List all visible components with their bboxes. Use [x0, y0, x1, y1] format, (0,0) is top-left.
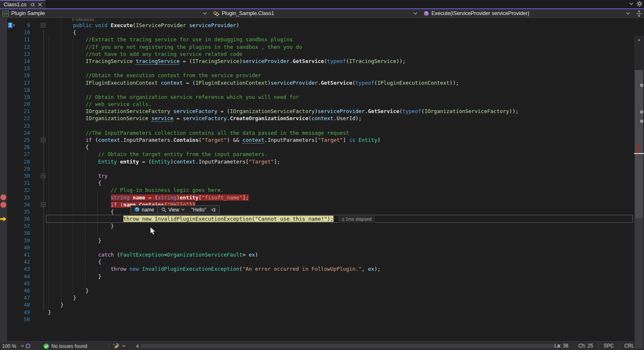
code-line[interactable]: 23 — [0, 122, 644, 129]
code-line[interactable]: 38 — [0, 229, 644, 237]
line-number: 36 — [6, 215, 30, 222]
code-editor[interactable]: I↑ 0 references 9− public void Execute(I… — [0, 18, 644, 341]
code-line[interactable]: 39 } — [0, 237, 644, 244]
scrollbar-thumb[interactable] — [635, 70, 643, 218]
member-dropdown[interactable]: Execute(IServiceProvider serviceProvider… — [421, 9, 634, 18]
code-line[interactable]: 21 IOrganizationServiceFactory serviceFa… — [0, 108, 644, 115]
datatip-value: "Hello" — [188, 206, 210, 214]
current-statement-arrow-icon[interactable] — [0, 217, 7, 223]
datatip-view-button[interactable]: View — [158, 206, 188, 214]
line-number: 10 — [6, 29, 30, 36]
line-number: 44 — [6, 273, 30, 280]
tab-list-chevron-icon[interactable] — [629, 3, 633, 5]
caret-position-group: Ln: 36 Ch: 25 SPC CRLF — [549, 342, 642, 350]
line-number: 42 — [6, 258, 30, 265]
magnifier-icon — [161, 207, 166, 212]
chevron-down-icon — [122, 345, 125, 347]
line-number: 26 — [6, 144, 30, 151]
code-line[interactable]: 48 } — [0, 301, 644, 308]
horizontal-scrollbar[interactable] — [141, 344, 555, 348]
code-line[interactable]: 40 — [0, 244, 644, 251]
code-line[interactable]: 32 // Plug-in business logic goes here. — [0, 186, 644, 194]
line-number: 18 — [6, 86, 30, 93]
code-line[interactable]: 35 { — [0, 208, 644, 215]
line-number: 22 — [6, 115, 30, 122]
code-line[interactable]: 10 { — [0, 29, 644, 36]
code-line[interactable]: 26 { — [0, 144, 644, 151]
line-number: 34 — [6, 201, 30, 208]
line-number: 28 — [6, 158, 30, 165]
type-dropdown[interactable]: Plugin_Sample.Class1 — [210, 9, 421, 18]
code-line[interactable]: 45 — [0, 280, 644, 287]
code-line[interactable]: 49} — [0, 309, 644, 316]
code-line[interactable]: 24 //The InputParameters collection cont… — [0, 129, 644, 136]
chevron-down-icon — [626, 12, 630, 15]
fold-collapse-icon[interactable]: − — [41, 202, 45, 207]
code-cleanup-button[interactable] — [113, 342, 125, 350]
line-number: 20 — [6, 101, 30, 108]
datatip-variable[interactable]: name — [131, 206, 158, 214]
perf-tip[interactable]: ≤ 1ms elapsed — [338, 216, 375, 223]
codelens-references[interactable]: 0 references — [72, 17, 94, 22]
datatip-popup[interactable]: name View "Hello" — [130, 205, 220, 214]
code-line[interactable]: 30− try — [0, 172, 644, 179]
visual-studio-editor-window: Class1.cs C# Plugin Sample — [0, 0, 644, 350]
hscroll-left-icon[interactable] — [136, 342, 138, 350]
code-lines[interactable]: 9− public void Execute(IServiceProvider … — [0, 22, 644, 323]
fold-collapse-icon[interactable]: − — [41, 23, 45, 28]
pin-icon[interactable] — [30, 2, 35, 7]
fold-collapse-icon[interactable]: − — [41, 174, 45, 178]
line-number: 46 — [6, 287, 30, 294]
code-line[interactable]: 27 // Obtain the target entity from the … — [0, 151, 644, 158]
zoom-dropdown[interactable]: 100 % — [2, 342, 24, 350]
chevron-down-icon — [21, 345, 24, 347]
broom-icon — [113, 343, 120, 349]
split-editor-icon[interactable] — [634, 9, 644, 18]
document-health-icon[interactable] — [25, 342, 31, 350]
whitespace-mode[interactable]: SPC — [598, 343, 619, 349]
code-line[interactable]: 36 throw new InvalidPluginExecutionExcep… — [0, 215, 644, 222]
code-line[interactable]: 37 } — [0, 222, 644, 229]
project-dropdown-label: Plugin Sample — [11, 10, 45, 16]
line-number: 41 — [6, 251, 30, 258]
code-line[interactable]: 43 throw new InvalidPluginExecutionExcep… — [0, 265, 644, 272]
code-line[interactable]: 15 — [0, 65, 644, 72]
code-line[interactable]: 12 //If you are not registering the plug… — [0, 43, 644, 50]
code-line[interactable]: 44 } — [0, 273, 644, 280]
code-line[interactable]: 33 string name = (string)entity["fisoft_… — [0, 194, 644, 201]
code-line[interactable]: 46 } — [0, 287, 644, 294]
code-line[interactable]: 29 — [0, 165, 644, 172]
code-line[interactable]: 13 //not have to add any tracing service… — [0, 50, 644, 58]
code-line[interactable]: 11 //Extract the tracing service for use… — [0, 36, 644, 43]
scrollbar-mark — [640, 120, 643, 123]
code-line[interactable]: 18 — [0, 86, 644, 93]
scroll-up-icon[interactable]: ▲ — [634, 38, 644, 42]
issues-status[interactable]: No issues found — [43, 342, 87, 350]
code-line[interactable]: 28 Entity entity = (Entity)context.Input… — [0, 158, 644, 165]
code-line[interactable]: 25− if (context.InputParameters.Contains… — [0, 136, 644, 144]
code-line[interactable]: 31 { — [0, 179, 644, 186]
code-line[interactable]: 50 — [0, 316, 644, 323]
fold-collapse-icon[interactable]: − — [41, 138, 45, 142]
code-line[interactable]: 20 // web service calls. — [0, 101, 644, 108]
code-line[interactable]: 17 IPluginExecutionContext context = (IP… — [0, 79, 644, 86]
line-number: 48 — [6, 301, 30, 308]
tab-class1[interactable]: Class1.cs — [0, 0, 45, 8]
code-line[interactable]: 41 catch (FaultException<OrganizationSer… — [0, 251, 644, 258]
code-line[interactable]: 9− public void Execute(IServiceProvider … — [0, 22, 644, 29]
code-line[interactable]: 16 //Obtain the execution context from t… — [0, 72, 644, 79]
code-line[interactable]: 19 // Obtain the organization service re… — [0, 93, 644, 101]
editor-status-bar: 100 % No issues found Ln: 36 Ch: 25 SPC … — [0, 341, 644, 350]
close-icon[interactable] — [38, 3, 42, 7]
code-line[interactable]: 14 ITracingService tracingService = (ITr… — [0, 58, 644, 65]
vertical-scrollbar[interactable]: ▲ ▼ — [634, 36, 644, 350]
zoom-level: 100 % — [2, 343, 16, 349]
code-line[interactable]: 42 { — [0, 258, 644, 265]
gear-icon[interactable] — [636, 1, 642, 7]
code-line[interactable]: 22 IOrganizationService service = servic… — [0, 115, 644, 122]
project-dropdown[interactable]: C# Plugin Sample — [0, 9, 210, 18]
code-line[interactable]: 34− if (name.Contains("Hello")) — [0, 201, 644, 208]
code-line[interactable]: 47 } — [0, 294, 644, 301]
line-number: 45 — [6, 280, 30, 287]
datatip-pin-icon[interactable] — [210, 206, 219, 214]
